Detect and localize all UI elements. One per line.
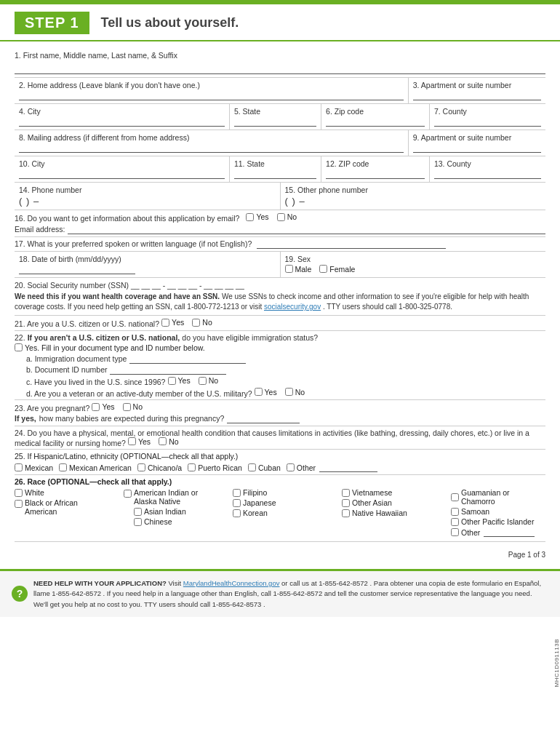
q19-female-option[interactable]: Female bbox=[319, 265, 355, 274]
race-native-hawaiian-checkbox[interactable] bbox=[342, 509, 350, 517]
q25-puerto-rican-option[interactable]: Puerto Rican bbox=[188, 463, 242, 472]
q25-other-checkbox[interactable] bbox=[287, 463, 295, 471]
q23-no-option[interactable]: No bbox=[123, 402, 143, 411]
q21-no-option[interactable]: No bbox=[192, 318, 212, 327]
race-japanese-checkbox[interactable] bbox=[233, 499, 241, 507]
race-american-indian-checkbox[interactable] bbox=[124, 490, 132, 498]
race-other-pacific-option[interactable]: Other Pacific Islander bbox=[451, 517, 540, 526]
q25-mexican-checkbox[interactable] bbox=[15, 463, 23, 471]
email-input[interactable] bbox=[68, 225, 545, 234]
q25-other-input[interactable] bbox=[319, 463, 377, 472]
q25-cuban-option[interactable]: Cuban bbox=[248, 463, 281, 472]
footer-link[interactable]: MarylandHealthConnection.gov bbox=[183, 579, 280, 587]
race-native-hawaiian-option[interactable]: Native Hawaiian bbox=[342, 509, 431, 517]
race-korean-option[interactable]: Korean bbox=[233, 509, 321, 517]
race-black-option[interactable]: Black or African American bbox=[15, 498, 103, 516]
q9-input[interactable] bbox=[413, 143, 541, 153]
race-chinese-option[interactable]: Chinese bbox=[134, 517, 212, 526]
q25-cuban-checkbox[interactable] bbox=[248, 463, 256, 471]
race-vietnamese-label: Vietnamese bbox=[352, 488, 392, 497]
q13-input[interactable] bbox=[434, 170, 541, 179]
q22b-input[interactable] bbox=[110, 365, 226, 375]
q19-female-checkbox[interactable] bbox=[319, 265, 327, 273]
q22c-no-option[interactable]: No bbox=[199, 376, 218, 385]
race-filipino-checkbox[interactable] bbox=[233, 489, 241, 497]
q12-input[interactable] bbox=[326, 170, 425, 179]
q23-yes-checkbox[interactable] bbox=[92, 403, 100, 411]
q4-input[interactable] bbox=[19, 117, 225, 127]
q16-yes-option[interactable]: Yes bbox=[246, 212, 268, 221]
q14-cell: 14. Phone number ( ) – bbox=[15, 183, 281, 210]
race-white-checkbox[interactable] bbox=[15, 489, 23, 497]
race-vietnamese-option[interactable]: Vietnamese bbox=[342, 488, 431, 497]
q24-no-checkbox[interactable] bbox=[159, 437, 167, 445]
q16-yes-checkbox[interactable] bbox=[246, 213, 254, 221]
q23-yes-option[interactable]: Yes bbox=[92, 402, 114, 411]
race-chinese-checkbox[interactable] bbox=[134, 518, 142, 526]
q22c-yes-option[interactable]: Yes bbox=[168, 376, 191, 385]
q17-input[interactable] bbox=[257, 239, 446, 249]
q19-male-checkbox[interactable] bbox=[285, 265, 293, 273]
q23-no-checkbox[interactable] bbox=[123, 403, 131, 411]
q22c-no-checkbox[interactable] bbox=[199, 377, 207, 385]
race-other-asian-label: Other Asian bbox=[352, 498, 392, 507]
q22c-yes-checkbox[interactable] bbox=[168, 377, 176, 385]
race-vietnamese-checkbox[interactable] bbox=[342, 489, 350, 497]
race-other-pacific-checkbox[interactable] bbox=[451, 518, 459, 526]
q22d-yes-checkbox[interactable] bbox=[255, 388, 263, 396]
q25-chicano-checkbox[interactable] bbox=[137, 463, 145, 471]
q24-yes-option[interactable]: Yes bbox=[128, 437, 151, 446]
q10-input[interactable] bbox=[19, 170, 225, 179]
q16-label: 16. Do you want to get information about… bbox=[15, 214, 239, 223]
race-korean-checkbox[interactable] bbox=[233, 509, 241, 517]
q2-input[interactable] bbox=[19, 91, 404, 100]
q22-yes-option[interactable]: Yes. Fill in your document type and ID n… bbox=[15, 343, 205, 352]
q18-input[interactable] bbox=[19, 265, 135, 274]
q7-input[interactable] bbox=[434, 117, 541, 127]
race-guamanian-checkbox[interactable] bbox=[451, 493, 459, 501]
race-asian-indian-option[interactable]: Asian Indian bbox=[134, 507, 212, 516]
race-other-checkbox[interactable] bbox=[451, 528, 459, 536]
q21-yes-checkbox[interactable] bbox=[161, 319, 169, 327]
q6-input[interactable] bbox=[326, 117, 425, 127]
q23-babies-input[interactable] bbox=[227, 414, 300, 423]
q22a-input[interactable] bbox=[129, 354, 246, 364]
q16-no-option[interactable]: No bbox=[277, 212, 297, 221]
q19-male-option[interactable]: Male bbox=[285, 265, 312, 274]
q11-input[interactable] bbox=[234, 170, 316, 179]
q22d-no-checkbox[interactable] bbox=[285, 388, 293, 396]
race-black-checkbox[interactable] bbox=[15, 500, 23, 508]
race-other-asian-option[interactable]: Other Asian bbox=[342, 498, 431, 507]
ssn-link[interactable]: socialsecurity.gov bbox=[264, 303, 321, 311]
q22-yes-checkbox[interactable] bbox=[15, 343, 23, 351]
race-american-indian-option[interactable]: American Indian or Alaska Native bbox=[124, 488, 212, 506]
race-other-option[interactable]: Other bbox=[451, 527, 540, 537]
race-asian-indian-checkbox[interactable] bbox=[134, 508, 142, 516]
q25-mexican-american-option[interactable]: Mexican American bbox=[59, 463, 132, 472]
q3-input[interactable] bbox=[413, 91, 541, 100]
q22d-no-option[interactable]: No bbox=[285, 388, 305, 397]
race-other-asian-checkbox[interactable] bbox=[342, 499, 350, 507]
q24-no-option[interactable]: No bbox=[159, 437, 178, 446]
q25-puerto-rican-checkbox[interactable] bbox=[188, 463, 196, 471]
q25-chicano-option[interactable]: Chicano/a bbox=[137, 463, 182, 472]
q8-label: 8. Mailing address (if different from ho… bbox=[19, 133, 404, 142]
q21-yes-option[interactable]: Yes bbox=[161, 318, 184, 327]
q25-other-option[interactable]: Other bbox=[287, 463, 377, 472]
race-japanese-option[interactable]: Japanese bbox=[233, 498, 321, 507]
q22d-yes-option[interactable]: Yes bbox=[255, 388, 277, 397]
q25-mexican-american-checkbox[interactable] bbox=[59, 463, 67, 471]
q25-mexican-option[interactable]: Mexican bbox=[15, 463, 53, 472]
q24-yes-checkbox[interactable] bbox=[128, 437, 136, 445]
q1-input[interactable] bbox=[15, 61, 545, 74]
race-samoan-checkbox[interactable] bbox=[451, 508, 459, 516]
race-guamanian-option[interactable]: Guamanian or Chamorro bbox=[451, 488, 540, 506]
race-samoan-option[interactable]: Samoan bbox=[451, 507, 540, 516]
q8-input[interactable] bbox=[19, 143, 404, 153]
race-white-option[interactable]: White bbox=[15, 488, 103, 497]
q21-no-checkbox[interactable] bbox=[192, 319, 200, 327]
race-filipino-option[interactable]: Filipino bbox=[233, 488, 321, 497]
q16-no-checkbox[interactable] bbox=[277, 213, 285, 221]
race-other-input[interactable] bbox=[484, 527, 535, 537]
q5-input[interactable] bbox=[234, 117, 316, 127]
